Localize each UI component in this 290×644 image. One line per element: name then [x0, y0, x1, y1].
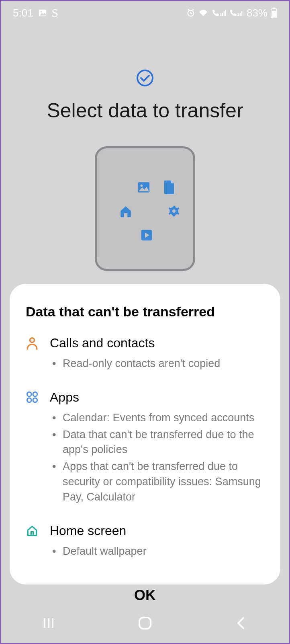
play-icon [140, 229, 153, 242]
page-title: Select data to transfer [1, 99, 289, 122]
list-item: Read-only contacts aren't copied [50, 356, 264, 371]
checkmark-circle-icon [136, 69, 154, 87]
gear-icon [167, 205, 180, 217]
section-apps: Apps Calendar: Events from synced accoun… [26, 390, 264, 507]
home-icon [119, 205, 133, 218]
bullet-list: Default wallpaper [50, 544, 264, 559]
home-button[interactable] [136, 614, 154, 632]
list-item: Default wallpaper [50, 544, 264, 559]
section-title: Calls and contacts [50, 336, 264, 351]
info-card: Data that can't be transferred Calls and… [10, 284, 280, 585]
card-title: Data that can't be transferred [26, 304, 264, 320]
svg-point-17 [33, 398, 37, 402]
call-sim1-icon: 1 [211, 9, 226, 17]
section-contacts: Calls and contacts Read-only contacts ar… [26, 336, 264, 373]
contacts-icon [26, 336, 39, 373]
status-right: 1 2 83% [186, 7, 277, 19]
bullet-list: Read-only contacts aren't copied [50, 356, 264, 371]
svg-rect-7 [272, 11, 276, 17]
picture-icon [137, 180, 151, 194]
list-item: Data that can't be transferred due to th… [50, 427, 264, 458]
back-button[interactable] [233, 615, 249, 631]
svg-point-14 [27, 392, 31, 396]
call-sim2-icon: 2 [229, 9, 243, 17]
battery-percent: 83% [247, 7, 268, 19]
svg-point-13 [30, 338, 35, 343]
notification-s-icon: S [52, 6, 59, 20]
list-item: Calendar: Events from synced accounts [50, 410, 264, 426]
status-bar: 5:01 S 1 2 83% [1, 1, 289, 25]
svg-point-10 [141, 185, 143, 187]
apps-icon [26, 390, 39, 507]
phone-illustration [95, 146, 195, 271]
alarm-icon [186, 8, 195, 17]
status-time: 5:01 [13, 7, 33, 19]
section-title: Home screen [50, 523, 264, 538]
file-icon [163, 180, 175, 194]
home-screen-icon [26, 523, 39, 561]
status-left: 5:01 S [13, 6, 58, 20]
list-item: Apps that can't be transferred due to se… [50, 459, 264, 505]
section-home: Home screen Default wallpaper [26, 523, 264, 561]
bullet-list: Calendar: Events from synced accounts Da… [50, 410, 264, 505]
section-title: Apps [50, 390, 264, 405]
svg-rect-21 [139, 617, 151, 629]
battery-icon [271, 8, 277, 18]
android-nav-bar [1, 603, 289, 643]
svg-point-11 [172, 209, 176, 213]
recents-button[interactable] [41, 615, 57, 631]
svg-point-8 [137, 70, 153, 86]
svg-point-16 [27, 398, 31, 402]
notification-image-icon [38, 8, 47, 17]
svg-point-15 [33, 392, 37, 396]
svg-point-1 [40, 11, 42, 12]
wifi-icon [198, 9, 208, 17]
